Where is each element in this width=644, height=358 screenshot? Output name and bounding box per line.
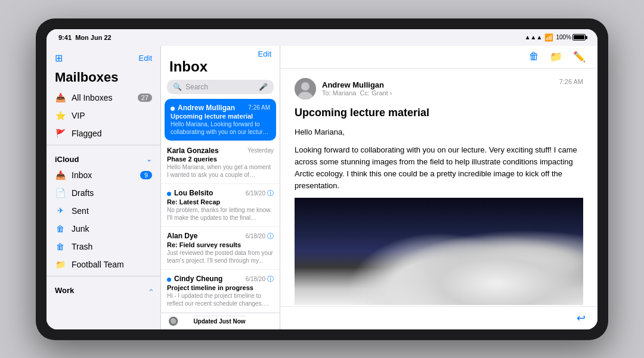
mailbox-item-football[interactable]: 📁 Football Team <box>47 256 160 273</box>
signal-icon: ▲▲▲ <box>525 34 543 41</box>
body-greeting: Hello Mariana, <box>295 126 583 138</box>
junk-icon: 🗑 <box>55 224 66 234</box>
email-preview-5: Hi - I updated the project timeline to r… <box>167 292 274 307</box>
battery-indicator: 100% <box>556 34 586 41</box>
email-preview-4: Just reviewed the posted data from your … <box>167 249 274 264</box>
trash-button[interactable]: 🗑 <box>529 51 539 63</box>
icloud-section-header[interactable]: iCloud ⌄ <box>47 148 160 166</box>
email-subject-4: Re: Field survey results <box>167 241 274 248</box>
email-time-5: 6/18/20 <box>246 276 265 282</box>
email-detail-content: Andrew Mulligan To: Mariana Cc: Grant › … <box>280 69 597 306</box>
reply-icon[interactable]: ↩ <box>577 312 586 325</box>
inbox-icon: 📥 <box>55 170 66 180</box>
email-preview-3: No problem, thanks for letting me know. … <box>167 206 274 222</box>
mailbox-item-sent[interactable]: ✈ Sent <box>47 202 160 220</box>
ipad-frame: 9:41 Mon Jun 22 ▲▲▲ 📶 100% ⊞ <box>36 18 608 340</box>
email-time-3: 6/19/20 <box>246 190 265 197</box>
email-sender-2: Karla Gonzales <box>167 147 219 155</box>
sent-icon: ✈ <box>55 206 66 215</box>
info-icon-5: ⓘ <box>267 275 274 284</box>
mailbox-list: 📥 All Inboxes 27 ⭐ VIP 🚩 Flagged <box>47 89 160 329</box>
mailboxes-edit-button[interactable]: Edit <box>139 54 152 63</box>
divider-1 <box>47 145 160 145</box>
email-sender: Andrew Mulligan <box>178 104 235 112</box>
folder-button[interactable]: 📁 <box>550 51 562 63</box>
mailbox-item-drafts[interactable]: 📄 Drafts <box>47 184 160 202</box>
detail-time: 7:26 AM <box>559 78 583 85</box>
mailboxes-column: ⊞ Edit Mailboxes 📥 All Inboxes 27 ⭐ VIP <box>47 46 161 329</box>
vip-label: VIP <box>72 111 152 120</box>
email-sender-3: Lou Belsito <box>174 189 213 197</box>
inbox-column: Edit Inbox 🔍 Search 🎤 <box>161 46 280 329</box>
all-inboxes-badge: 27 <box>138 94 152 102</box>
inbox-badge: 9 <box>140 171 152 179</box>
inbox-label: Inbox <box>72 170 134 180</box>
email-subject-3: Re: Latest Recap <box>167 198 274 206</box>
drafts-label: Drafts <box>72 188 152 198</box>
email-item-4[interactable]: Alan Dye 6/18/20 ⓘ Re: Field survey resu… <box>161 227 280 270</box>
mailbox-item-flagged[interactable]: 🚩 Flagged <box>47 124 160 142</box>
icloud-chevron-icon: ⌄ <box>146 155 152 163</box>
svg-point-1 <box>301 82 309 91</box>
unread-dot-5 <box>167 278 171 282</box>
email-time-4: 6/18/20 <box>246 233 265 239</box>
inbox-edit-button[interactable]: Edit <box>258 49 271 58</box>
email-sender-4: Alan Dye <box>167 232 197 240</box>
email-body: Hello Mariana, Looking forward to collab… <box>295 126 583 192</box>
email-list: Andrew Mulligan 7:26 AM Upcoming lecture… <box>161 98 280 313</box>
work-section-header[interactable]: Work › <box>47 279 160 297</box>
inbox-title: Inbox <box>169 58 271 75</box>
search-bar[interactable]: 🔍 Search 🎤 <box>167 80 274 94</box>
inbox-bottom-bar: 🔘 Updated Just Now <box>161 313 280 329</box>
vip-icon: ⭐ <box>55 111 66 120</box>
drafts-icon: 📄 <box>55 188 66 198</box>
email-subject-detail: Upcoming lecture material <box>295 107 583 119</box>
email-item-3[interactable]: Lou Belsito 6/19/20 ⓘ Re: Latest Recap N… <box>161 184 280 227</box>
unread-dot-3 <box>167 192 171 196</box>
status-update: Updated Just Now <box>193 316 245 327</box>
mailboxes-toolbar: ⊞ Edit <box>47 46 160 69</box>
info-icon-4: ⓘ <box>267 232 274 241</box>
mailbox-item-trash[interactable]: 🗑 Trash <box>47 238 160 256</box>
body-para1: Looking forward to collaborating with yo… <box>295 144 583 192</box>
sidebar-toggle-icon[interactable]: ⊞ <box>55 52 63 64</box>
detail-toolbar: 🗑 📁 ✏️ <box>280 46 597 69</box>
status-bar: 9:41 Mon Jun 22 ▲▲▲ 📶 100% <box>47 29 597 46</box>
mailbox-item-all-inboxes[interactable]: 📥 All Inboxes 27 <box>47 89 160 107</box>
email-item-5[interactable]: Cindy Cheung 6/18/20 ⓘ Project timeline … <box>161 270 280 313</box>
email-subject-5: Project timeline in progress <box>167 284 274 291</box>
mic-icon: 🎤 <box>259 83 268 91</box>
email-item-2[interactable]: Karla Gonzales Yesterday Phase 2 queries… <box>161 142 280 184</box>
compose-button[interactable]: ✏️ <box>573 51 586 63</box>
email-subject: Upcoming lecture material <box>171 113 270 120</box>
email-item-1[interactable]: Andrew Mulligan 7:26 AM Upcoming lecture… <box>165 99 276 141</box>
mailboxes-title: Mailboxes <box>47 69 160 89</box>
email-subject-2: Phase 2 queries <box>167 155 274 163</box>
mailbox-item-vip[interactable]: ⭐ VIP <box>47 107 160 124</box>
mailbox-item-inbox[interactable]: 📥 Inbox 9 <box>47 166 160 184</box>
divider-2 <box>47 276 160 276</box>
icloud-section-title: iCloud <box>55 155 79 164</box>
search-input[interactable]: Search <box>185 83 255 91</box>
ipad-screen: 9:41 Mon Jun 22 ▲▲▲ 📶 100% ⊞ <box>47 29 597 329</box>
avatar <box>295 78 316 99</box>
flagged-icon: 🚩 <box>55 129 66 138</box>
email-time: 7:26 AM <box>248 104 270 111</box>
filter-icon[interactable]: 🔘 <box>168 316 178 326</box>
football-icon: 📁 <box>55 260 66 269</box>
mailbox-item-junk[interactable]: 🗑 Junk <box>47 220 160 238</box>
reply-bar: ↩ <box>280 306 597 329</box>
wifi-icon: 📶 <box>544 33 553 42</box>
sender-info: Andrew Mulligan To: Mariana Cc: Grant › <box>295 78 392 99</box>
main-content: ⊞ Edit Mailboxes 📥 All Inboxes 27 ⭐ VIP <box>47 46 597 329</box>
email-preview-2: Hello Mariana, when you get a moment I w… <box>167 163 274 179</box>
email-sender-5: Cindy Cheung <box>174 275 222 283</box>
arctic-image <box>295 198 583 305</box>
work-chevron-icon: › <box>147 289 155 291</box>
junk-label: Junk <box>72 224 152 234</box>
detail-sender-name: Andrew Mulligan <box>322 80 392 89</box>
email-detail-header: Andrew Mulligan To: Mariana Cc: Grant › … <box>295 78 583 99</box>
trash-icon: 🗑 <box>55 242 66 251</box>
trash-label: Trash <box>72 242 152 251</box>
all-inboxes-icon: 📥 <box>55 93 66 102</box>
